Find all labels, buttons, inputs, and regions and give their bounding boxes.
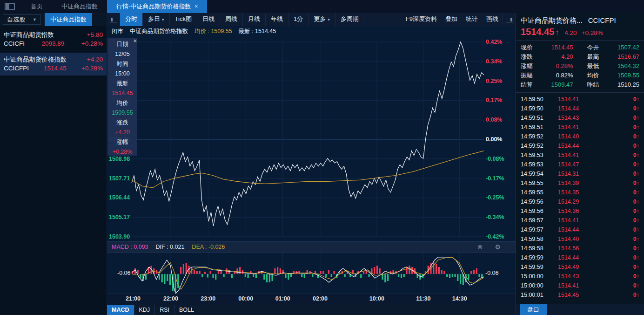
stat-row: 涨幅0.28%最低1504.32	[516, 62, 644, 71]
tick-row[interactable]: 14:59:591514.490↑	[516, 262, 644, 272]
period-button-更多[interactable]: 更多▾	[309, 13, 335, 26]
tick-row[interactable]: 14:59:511514.430↑	[516, 113, 644, 123]
period-button-label: 年线	[271, 15, 283, 22]
tick-row[interactable]: 14:59:521514.400↑	[516, 132, 644, 141]
toolbar-action-0[interactable]: F9深度资料	[402, 13, 441, 26]
period-button-日线[interactable]: 日线	[197, 13, 220, 26]
indicator-tab-RSI[interactable]: RSI	[155, 305, 174, 315]
tick-time: 14:59:56	[521, 206, 558, 216]
layout-left-panel-button[interactable]	[107, 13, 120, 26]
macd-canvas[interactable]	[107, 253, 516, 294]
watchlist-group-dropdown[interactable]: 自选股 ▼	[3, 14, 41, 25]
tick-price: 1514.41	[558, 216, 604, 225]
crosshair-tooltip: × 日期12/05时间15:00最新1514.45均价1509.55涨跌+4.2…	[107, 38, 137, 156]
period-button-Tick图[interactable]: Tick图	[170, 13, 197, 26]
tick-price: 1514.45	[558, 290, 604, 300]
watchlist-item-CCICFPI[interactable]: 中证商品期货价格指数+4.20CCICFPI1514.45+0.28%	[0, 53, 107, 75]
period-button-label: 多周期	[341, 15, 359, 22]
period-button-1分[interactable]: 1分	[288, 13, 309, 26]
tick-time: 14:59:58	[521, 244, 558, 253]
tick-volume-direction: 0↑	[633, 234, 639, 244]
tab-order-book[interactable]: 盘口	[520, 304, 547, 315]
indicator-close-icon[interactable]: ⊗	[477, 243, 483, 251]
stat-value: 0.82%	[540, 71, 580, 80]
time-axis-label: 21:00	[121, 295, 145, 302]
tick-time: 14:59:53	[521, 151, 558, 160]
tick-row[interactable]: 14:59:581514.560↑	[516, 244, 644, 253]
chevron-down-icon: ▼	[33, 15, 37, 24]
tick-row[interactable]: 14:59:591514.440↑	[516, 253, 644, 262]
instrument-change: +4.20	[87, 55, 103, 64]
divider	[516, 40, 644, 41]
period-button-月线[interactable]: 月线	[243, 13, 266, 26]
tick-row[interactable]: 14:59:561514.360↑	[516, 206, 644, 216]
stat-label: 振幅	[521, 71, 540, 80]
period-button-分时[interactable]: 分时	[120, 13, 143, 26]
indicator-tab-MACD[interactable]: MACD	[107, 305, 134, 315]
tick-row[interactable]: 15:00:001514.410↑	[516, 281, 644, 290]
window-panel-icon[interactable]	[5, 3, 15, 10]
tick-row[interactable]: 14:59:571514.440↑	[516, 225, 644, 234]
tooltip-close-icon[interactable]: ×	[133, 38, 137, 44]
period-button-label: 分时	[125, 15, 137, 22]
tick-volume-direction: 0↑	[633, 141, 639, 151]
stat-value: 1507.42	[607, 43, 640, 52]
instrument-code: CCICFPI	[4, 64, 29, 73]
time-axis-label: 10:00	[365, 295, 389, 302]
tooltip-row: 最新	[107, 79, 137, 89]
tick-row[interactable]: 14:59:501514.410↑	[516, 95, 644, 104]
tick-row[interactable]: 14:59:511514.410↑	[516, 123, 644, 132]
tick-price: 1514.41	[558, 95, 604, 104]
tick-row[interactable]: 14:59:531514.470↑	[516, 160, 644, 169]
instrument-name: 中证商品期货价格指数	[130, 27, 188, 35]
period-button-年线[interactable]: 年线	[266, 13, 288, 26]
price-axis-label: 1503.90	[109, 233, 130, 240]
toolbar-action-1[interactable]: 叠加	[441, 13, 462, 26]
quote-name: 中证商品期货价格...	[521, 16, 583, 24]
indicator-settings-icon[interactable]: ⚙	[495, 243, 501, 251]
tick-volume-direction: 0↑	[633, 206, 639, 216]
period-button-周线[interactable]: 周线	[220, 13, 243, 26]
watchlist-item-line2: CCICFI2093.89+0.28%	[4, 39, 103, 48]
period-button-多周期[interactable]: 多周期	[335, 13, 364, 26]
tick-row[interactable]: 14:59:561514.290↑	[516, 197, 644, 206]
tick-row[interactable]: 14:59:501514.440↑	[516, 104, 644, 113]
tick-row[interactable]: 14:59:571514.410↑	[516, 216, 644, 225]
toolbar-action-3[interactable]: 画线	[482, 13, 503, 26]
stat-value: 1504.32	[607, 62, 640, 71]
tick-time: 14:59:58	[521, 234, 558, 244]
stat-label: 涨跌	[521, 52, 540, 62]
indicator-tab-BOLL[interactable]: BOLL	[174, 305, 199, 315]
stat-label: 最低	[587, 62, 607, 71]
price-change: 4.20	[564, 29, 577, 36]
tick-volume-direction: 0↑	[633, 290, 639, 300]
stat-value: 4.20	[540, 52, 580, 62]
top-tab-1[interactable]: 中证商品指数	[52, 0, 107, 13]
tab-close-icon[interactable]: ×	[195, 3, 198, 10]
tick-price: 1514.44	[558, 141, 604, 151]
tick-time: 15:00:00	[521, 281, 558, 290]
tick-row[interactable]: 14:59:521514.440↑	[516, 141, 644, 151]
tick-row[interactable]: 15:00:001514.430↑	[516, 272, 644, 281]
top-tab-0[interactable]: 首页	[21, 0, 52, 13]
layout-right-panel-button[interactable]	[503, 13, 516, 26]
sidebar-tab-index-group[interactable]: 中证商品指数	[45, 13, 92, 26]
tick-row[interactable]: 14:59:541514.310↑	[516, 169, 644, 178]
indicator-tab-KDJ[interactable]: KDJ	[134, 305, 155, 315]
tick-list: 14:59:501514.410↑14:59:501514.440↑14:59:…	[516, 94, 644, 300]
period-button-多日[interactable]: 多日▾	[143, 13, 170, 26]
time-axis: 21:0022:0023:0000:0001:0002:0010:0011:30…	[107, 294, 516, 305]
toolbar-actions: F9深度资料叠加统计画线	[402, 13, 503, 26]
tick-row[interactable]: 14:59:581514.400↑	[516, 234, 644, 244]
tick-row[interactable]: 15:00:011514.450↑	[516, 290, 644, 300]
chart-panel: 分时多日▾Tick图日线周线月线年线1分更多▾多周期 F9深度资料叠加统计画线 …	[107, 13, 516, 315]
tooltip-row: 1509.55	[107, 108, 137, 118]
tick-time: 14:59:51	[521, 123, 558, 132]
top-tab-2[interactable]: 行情-中证商品期货价格指数×	[107, 0, 207, 13]
price-chart-canvas[interactable]	[107, 36, 516, 240]
toolbar-action-2[interactable]: 统计	[462, 13, 482, 26]
tick-row[interactable]: 14:59:551514.350↑	[516, 188, 644, 197]
watchlist-item-CCICFI[interactable]: 中证商品期货指数+5.80CCICFI2093.89+0.28%	[0, 28, 107, 51]
tick-row[interactable]: 14:59:551514.390↑	[516, 178, 644, 188]
tick-row[interactable]: 14:59:531514.410↑	[516, 151, 644, 160]
